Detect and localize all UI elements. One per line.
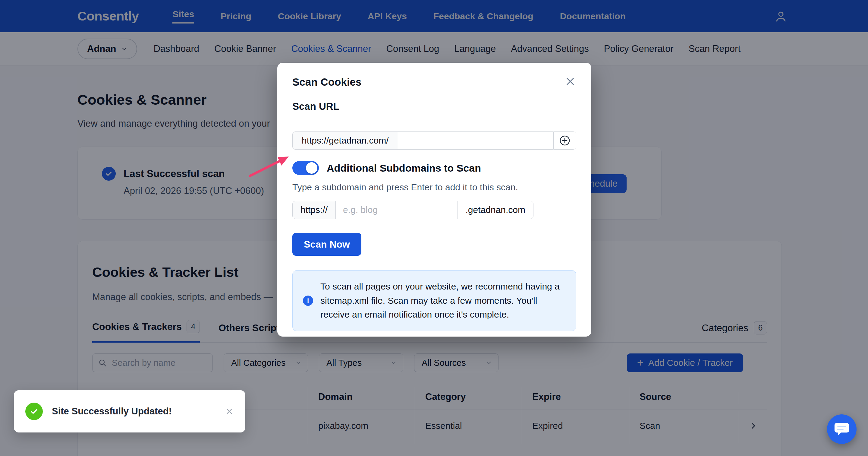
subdomain-helper-text: Type a subdomain and press Enter to add … [292,182,576,192]
toggle-knob [306,162,317,174]
close-icon[interactable] [565,76,576,88]
subdomain-input-group: https:// .getadnan.com [292,201,533,219]
chat-widget-button[interactable] [827,415,857,444]
app-root: Consently Sites Pricing Cookie Library A… [0,0,868,456]
subdomains-toggle-label: Additional Subdomains to Scan [327,162,481,174]
info-icon: i [303,295,313,306]
chat-icon [834,422,849,437]
scan-url-label: Scan URL [292,101,576,112]
success-toast: Site Successfully Updated! [14,390,245,432]
subdomains-toggle-row: Additional Subdomains to Scan [292,161,576,175]
scan-url-input-group: https://getadnan.com/ [292,132,576,150]
subdomains-toggle[interactable] [292,161,319,175]
subdomain-input[interactable] [336,201,457,219]
scan-info-box: i To scan all pages on your website, we … [292,270,576,331]
subdomain-domain-segment: .getadnan.com [458,201,533,219]
success-check-icon [25,403,43,420]
scan-info-text: To scan all pages on your website, we re… [320,280,566,322]
add-url-button[interactable] [553,132,576,150]
scan-url-input[interactable] [398,132,553,150]
modal-title: Scan Cookies [292,76,576,88]
toast-close-icon[interactable] [225,407,234,416]
scan-now-button[interactable]: Scan Now [292,233,361,256]
plus-circle-icon [559,135,570,146]
toast-message: Site Successfully Updated! [52,406,172,417]
subdomain-protocol-segment: https:// [292,201,336,219]
base-url-segment: https://getadnan.com/ [292,132,398,150]
scan-cookies-modal: Scan Cookies Scan URL https://getadnan.c… [277,63,591,337]
